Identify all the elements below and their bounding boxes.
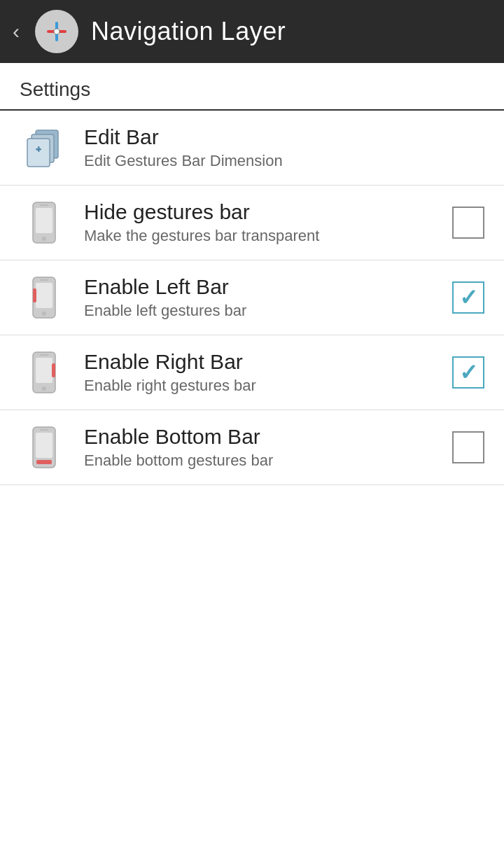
svg-rect-17	[33, 288, 36, 302]
enable-right-bar-title: Enable Right Bar	[84, 350, 452, 374]
settings-label: Settings	[20, 78, 90, 100]
enable-right-bar-subtitle: Enable right gestures bar	[84, 377, 452, 395]
svg-rect-19	[36, 358, 52, 383]
svg-rect-6	[27, 139, 50, 167]
edit-bar-icon	[20, 123, 69, 172]
back-arrow-icon[interactable]: ‹	[13, 21, 20, 42]
checkmark-icon: ✓	[459, 361, 478, 384]
enable-bottom-bar-item[interactable]: Enable Bottom Bar Enable bottom gestures…	[0, 410, 504, 485]
hide-gestures-bar-item[interactable]: Hide gestures bar Make the gestures bar …	[0, 186, 504, 260]
edit-bar-title: Edit Bar	[84, 125, 484, 149]
svg-rect-8	[38, 146, 40, 152]
enable-right-bar-text: Enable Right Bar Enable right gestures b…	[84, 350, 452, 395]
svg-rect-14	[36, 283, 52, 308]
edit-bar-text: Edit Bar Edit Gestures Bar Dimension	[84, 125, 484, 170]
svg-rect-25	[36, 460, 52, 464]
svg-point-15	[42, 312, 46, 316]
enable-bottom-bar-icon	[20, 423, 69, 472]
svg-rect-24	[36, 433, 52, 458]
svg-rect-12	[40, 204, 48, 206]
svg-point-3	[54, 29, 59, 34]
enable-left-bar-icon	[20, 273, 69, 322]
enable-left-bar-subtitle: Enable left gestures bar	[84, 302, 452, 320]
enable-left-bar-checkbox[interactable]: ✓	[452, 281, 484, 314]
app-logo-icon	[41, 16, 72, 47]
enable-left-bar-title: Enable Left Bar	[84, 275, 452, 299]
svg-rect-10	[36, 208, 52, 233]
hide-gestures-bar-title: Hide gestures bar	[84, 200, 452, 224]
app-icon-circle	[35, 10, 78, 53]
enable-bottom-bar-subtitle: Enable bottom gestures bar	[84, 452, 452, 470]
hide-gestures-icon	[20, 198, 69, 247]
enable-left-bar-text: Enable Left Bar Enable left gestures bar	[84, 275, 452, 320]
svg-rect-26	[40, 429, 48, 431]
enable-right-bar-item[interactable]: Enable Right Bar Enable right gestures b…	[0, 335, 504, 410]
enable-bottom-bar-title: Enable Bottom Bar	[84, 425, 452, 449]
enable-left-bar-item[interactable]: Enable Left Bar Enable left gestures bar…	[0, 260, 504, 335]
enable-right-bar-icon	[20, 348, 69, 397]
settings-list: Edit Bar Edit Gestures Bar Dimension Hid…	[0, 111, 504, 485]
svg-rect-21	[40, 354, 48, 356]
svg-rect-16	[40, 279, 48, 281]
app-bar: ‹ Navigation Layer	[0, 0, 504, 63]
checkmark-icon: ✓	[459, 286, 478, 309]
svg-point-20	[42, 386, 46, 391]
svg-point-11	[42, 237, 46, 241]
app-bar-title: Navigation Layer	[91, 17, 286, 46]
enable-bottom-bar-checkbox[interactable]	[452, 431, 484, 463]
edit-bar-item[interactable]: Edit Bar Edit Gestures Bar Dimension	[0, 111, 504, 186]
enable-bottom-bar-text: Enable Bottom Bar Enable bottom gestures…	[84, 425, 452, 470]
hide-gestures-bar-text: Hide gestures bar Make the gestures bar …	[84, 200, 452, 245]
settings-section-header: Settings	[0, 63, 504, 111]
hide-gestures-bar-subtitle: Make the gestures bar transparent	[84, 227, 452, 245]
edit-bar-subtitle: Edit Gestures Bar Dimension	[84, 152, 484, 170]
hide-gestures-bar-checkbox[interactable]	[452, 207, 484, 239]
svg-rect-22	[52, 363, 55, 377]
enable-right-bar-checkbox[interactable]: ✓	[452, 356, 484, 389]
